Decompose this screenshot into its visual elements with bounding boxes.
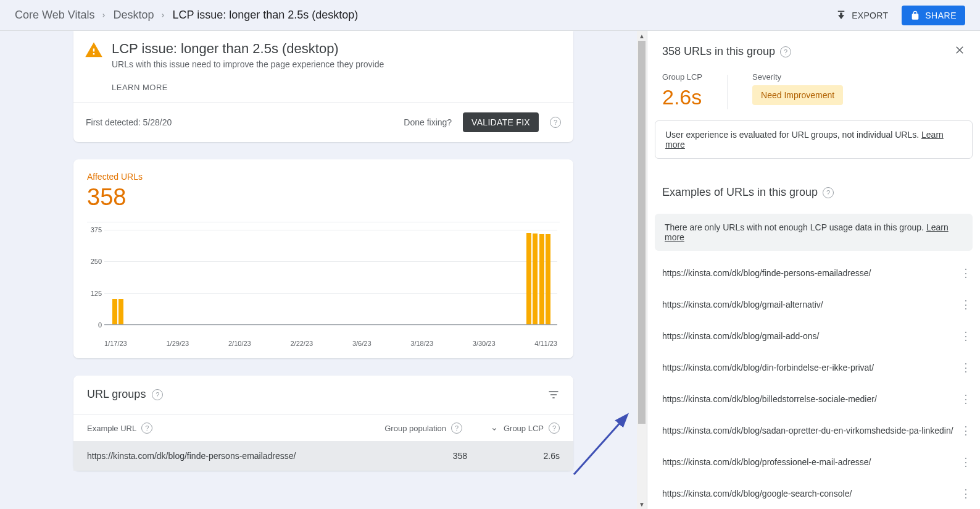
issue-subtitle: URLs with this issue need to improve the… [112,59,384,69]
chart-bar [112,299,117,324]
url-example-row[interactable]: https://kinsta.com/dk/blog/billedstorrel… [647,383,980,414]
severity-label: Severity [752,72,843,82]
notice-text: There are only URLs with not enough LCP … [665,222,926,232]
help-icon[interactable]: ? [549,423,560,434]
chart-bar [118,299,123,324]
scroll-thumb[interactable] [638,41,646,424]
more-icon[interactable]: ⋮ [960,392,970,406]
url-text[interactable]: https://kinsta.com/dk/blog/finde-persons… [662,268,954,278]
group-lcp-label: Group LCP [662,72,702,82]
url-groups-columns: Example URL ? Group population ? Group L… [73,414,573,441]
url-example-row[interactable]: https://kinsta.com/dk/blog/gmail-add-ons… [647,320,980,351]
chart-y-tick: 0 [86,321,102,329]
more-icon[interactable]: ⋮ [960,361,970,374]
download-icon [836,10,847,21]
url-example-row[interactable]: https://kinsta.com/dk/blog/google-search… [647,477,980,509]
url-text[interactable]: https://kinsta.com/dk/blog/google-search… [662,489,954,498]
url-text[interactable]: https://kinsta.com/dk/blog/professionel-… [662,457,954,467]
url-groups-card: URL groups ? Example URL ? Group populat… [73,376,573,471]
url-text[interactable]: https://kinsta.com/dk/blog/din-forbindel… [662,363,954,372]
chart-x-tick: 3/6/23 [352,340,372,347]
info-box: User experience is evaluated for URL gro… [655,120,973,159]
details-panel: 358 URLs in this group ? Group LCP 2.6s … [647,31,980,509]
notice-box: There are only URLs with not enough LCP … [655,214,973,251]
chart-x-axis: 1/17/231/29/232/10/232/22/233/6/233/18/2… [104,340,557,347]
chart-x-tick: 2/22/23 [290,340,313,347]
chart-bar [539,234,544,324]
info-text: User experience is evaluated for URL gro… [665,130,921,140]
more-icon[interactable]: ⋮ [960,487,970,500]
url-example-row[interactable]: https://kinsta.com/dk/blog/gmail-alterna… [647,288,980,320]
issue-title: LCP issue: longer than 2.5s (desktop) [112,41,384,57]
divider [727,75,728,109]
affected-urls-card: Affected URLs 358 0125250375 1/17/231/29… [73,159,573,358]
examples-title: Examples of URLs in this group [662,186,818,199]
close-icon[interactable] [954,44,965,59]
url-text[interactable]: https://kinsta.com/dk/blog/gmail-alterna… [662,300,954,309]
more-icon[interactable]: ⋮ [960,424,970,437]
export-label: EXPORT [852,11,888,20]
url-example-row[interactable]: https://kinsta.com/dk/blog/sadan-oprette… [647,414,980,446]
breadcrumb-root[interactable]: Core Web Vitals [15,9,94,22]
share-button[interactable]: SHARE [902,6,965,25]
panel-title: 358 URLs in this group [662,45,775,58]
help-icon[interactable]: ? [780,46,791,57]
svg-line-0 [574,416,626,474]
chevron-right-icon [101,10,107,21]
chart-bar [533,233,538,324]
help-icon[interactable]: ? [152,389,163,400]
col-example-url: Example URL [87,424,136,433]
row-url: https://kinsta.com/dk/blog/finde-persons… [87,451,296,461]
url-text[interactable]: https://kinsta.com/dk/blog/billedstorrel… [662,394,954,404]
first-detected-label: First detected: 5/28/20 [86,117,172,127]
url-example-row[interactable]: https://kinsta.com/dk/blog/finde-persons… [647,257,980,288]
breadcrumb-bar: Core Web Vitals Desktop LCP issue: longe… [0,0,980,31]
more-icon[interactable]: ⋮ [960,266,970,280]
chart-y-tick: 125 [86,290,102,297]
breadcrumb-desktop[interactable]: Desktop [113,9,154,22]
chart-bar [526,233,531,324]
chart-x-tick: 3/18/23 [410,340,433,347]
help-icon[interactable]: ? [451,423,462,434]
chart-x-tick: 3/30/23 [473,340,496,347]
help-icon[interactable]: ? [823,187,834,198]
chart-x-tick: 1/17/23 [104,340,127,347]
chart-x-tick: 1/29/23 [166,340,189,347]
learn-more-link[interactable]: LEARN MORE [112,83,168,92]
help-icon[interactable]: ? [550,117,561,128]
more-icon[interactable]: ⋮ [960,455,970,469]
affected-urls-chart: 0125250375 [104,230,557,335]
url-example-row[interactable]: https://kinsta.com/dk/blog/professionel-… [647,446,980,477]
more-icon[interactable]: ⋮ [960,329,970,343]
more-icon[interactable]: ⋮ [960,298,970,311]
chart-y-tick: 375 [86,226,102,233]
annotation-arrow [568,406,642,481]
chevron-right-icon [160,10,166,21]
url-text[interactable]: https://kinsta.com/dk/blog/gmail-add-ons… [662,331,954,341]
affected-urls-label: Affected URLs [87,172,560,182]
scroll-down-icon[interactable]: ▼ [637,499,647,509]
warning-triangle-icon [85,41,103,92]
arrow-down-icon[interactable] [490,424,499,432]
url-group-row[interactable]: https://kinsta.com/dk/blog/finde-persons… [73,441,573,471]
validate-fix-button[interactable]: VALIDATE FIX [463,112,539,132]
scrollbar[interactable]: ▲ ▼ [637,31,647,509]
help-icon[interactable]: ? [141,423,152,434]
url-examples-list: https://kinsta.com/dk/blog/finde-persons… [647,257,980,509]
main-content: LCP issue: longer than 2.5s (desktop) UR… [0,31,647,509]
url-groups-title: URL groups [87,388,146,401]
col-group-lcp[interactable]: Group LCP [504,424,544,433]
col-group-population: Group population [384,424,446,433]
url-example-row[interactable]: https://kinsta.com/dk/blog/din-forbindel… [647,351,980,383]
chart-x-tick: 4/11/23 [534,340,557,347]
chart-x-tick: 2/10/23 [228,340,251,347]
affected-urls-count: 358 [87,184,560,211]
export-button[interactable]: EXPORT [829,6,894,25]
row-population: 358 [453,451,467,461]
url-text[interactable]: https://kinsta.com/dk/blog/sadan-oprette… [662,426,954,435]
group-lcp-value: 2.6s [662,85,702,109]
chart-bar [546,234,550,324]
filter-icon[interactable] [547,389,560,401]
scroll-up-icon[interactable]: ▲ [637,31,647,41]
chart-y-tick: 250 [86,258,102,265]
